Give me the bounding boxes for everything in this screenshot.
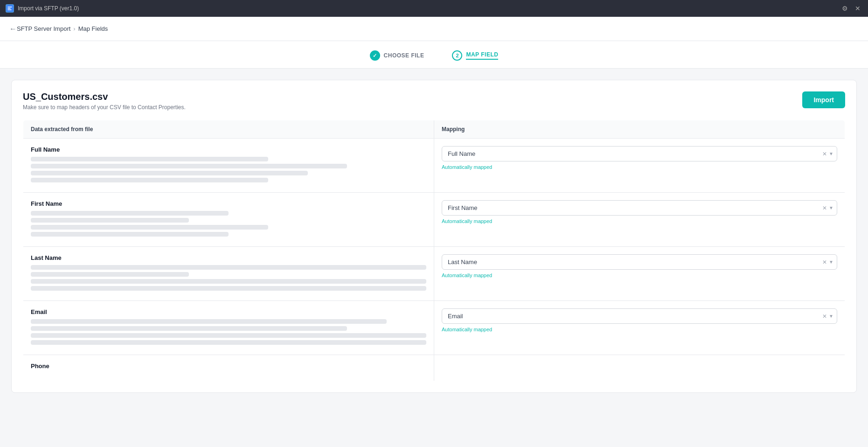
field-name-1: First Name: [31, 200, 426, 207]
step-1-label: CHOOSE FILE: [384, 52, 424, 59]
blurred-data-row: [31, 319, 387, 324]
mapping-cell-3: Email✕▼Automatically mapped: [434, 301, 845, 355]
clear-select-icon[interactable]: ✕: [822, 205, 827, 211]
blurred-data-row: [31, 340, 426, 345]
blurred-data-row: [31, 272, 189, 277]
title-bar-title: Import via SFTP (ver1.0): [18, 5, 79, 12]
step-2-circle: 2: [452, 50, 462, 61]
auto-mapped-2: Automatically mapped: [442, 272, 837, 278]
table-row: Full NameFull Name✕▼Automatically mapped: [23, 139, 845, 193]
blurred-data-row: [31, 279, 426, 284]
select-wrapper-0: Full Name✕▼: [442, 146, 837, 161]
select-wrapper-3: Email✕▼: [442, 308, 837, 324]
blurred-data-row: [31, 265, 426, 270]
mapping-cell-1: First Name✕▼Automatically mapped: [434, 193, 845, 247]
table-row: Phone: [23, 355, 845, 381]
step-map-field[interactable]: 2 MAP FIELD: [452, 50, 498, 61]
select-wrapper-2: Last Name✕▼: [442, 254, 837, 270]
data-cell-1: First Name: [23, 193, 434, 247]
data-cell-3: Email: [23, 301, 434, 355]
blurred-data-row: [31, 211, 229, 216]
field-name-0: Full Name: [31, 146, 426, 153]
card-header: US_Customers.csv Make sure to map header…: [23, 91, 845, 111]
card-header-text: US_Customers.csv Make sure to map header…: [23, 91, 186, 111]
select-wrapper-1: First Name✕▼: [442, 200, 837, 216]
mapping-table: Data extracted from file Mapping Full Na…: [23, 120, 845, 381]
breadcrumb: SFTP Server Import › Map Fields: [17, 25, 108, 32]
settings-icon[interactable]: ⚙: [840, 4, 849, 13]
auto-mapped-0: Automatically mapped: [442, 164, 837, 170]
data-cell-4: Phone: [23, 355, 434, 381]
table-row: EmailEmail✕▼Automatically mapped: [23, 301, 845, 355]
main-content: US_Customers.csv Make sure to map header…: [0, 69, 868, 404]
col-mapping-header: Mapping: [434, 120, 845, 139]
step-choose-file[interactable]: ✓ CHOOSE FILE: [370, 50, 424, 61]
step-1-circle: ✓: [370, 50, 380, 61]
mapping-select-2[interactable]: Last Name: [442, 254, 837, 270]
mapping-cell-4: [434, 355, 845, 381]
field-name-2: Last Name: [31, 254, 426, 261]
blurred-data-row: [31, 225, 268, 230]
blurred-data-row: [31, 286, 426, 291]
nav-bar: ← SFTP Server Import › Map Fields: [0, 17, 868, 41]
mapping-select-0[interactable]: Full Name: [442, 146, 837, 161]
file-title: US_Customers.csv: [23, 91, 186, 102]
clear-select-icon[interactable]: ✕: [822, 313, 827, 320]
field-name-3: Email: [31, 308, 426, 315]
step-2-label: MAP FIELD: [466, 51, 498, 60]
auto-mapped-3: Automatically mapped: [442, 327, 837, 332]
title-bar-right: ⚙ ✕: [840, 4, 862, 13]
blurred-data-row: [31, 232, 229, 237]
col-data-header: Data extracted from file: [23, 120, 434, 139]
back-button[interactable]: ←: [9, 25, 17, 33]
blurred-data-row: [31, 164, 347, 168]
breadcrumb-separator: ›: [73, 25, 75, 32]
blurred-data-row: [31, 178, 268, 182]
app-icon: [6, 4, 14, 13]
table-row: Last NameLast Name✕▼Automatically mapped: [23, 247, 845, 301]
import-button[interactable]: Import: [802, 91, 845, 108]
blurred-data-row: [31, 218, 189, 223]
blurred-data-row: [31, 171, 308, 175]
blurred-data-row: [31, 157, 268, 161]
mapping-cell-0: Full Name✕▼Automatically mapped: [434, 139, 845, 193]
map-fields-card: US_Customers.csv Make sure to map header…: [11, 80, 857, 393]
title-bar-left: Import via SFTP (ver1.0): [6, 4, 79, 13]
close-icon[interactable]: ✕: [853, 4, 862, 13]
breadcrumb-current: Map Fields: [78, 25, 108, 32]
mapping-cell-2: Last Name✕▼Automatically mapped: [434, 247, 845, 301]
steps-bar: ✓ CHOOSE FILE 2 MAP FIELD: [0, 41, 868, 69]
auto-mapped-1: Automatically mapped: [442, 218, 837, 224]
clear-select-icon[interactable]: ✕: [822, 151, 827, 157]
clear-select-icon[interactable]: ✕: [822, 259, 827, 265]
mapping-select-1[interactable]: First Name: [442, 200, 837, 216]
title-bar: Import via SFTP (ver1.0) ⚙ ✕: [0, 0, 868, 17]
data-cell-0: Full Name: [23, 139, 434, 193]
table-row: First NameFirst Name✕▼Automatically mapp…: [23, 193, 845, 247]
blurred-data-row: [31, 333, 426, 338]
mapping-select-3[interactable]: Email: [442, 308, 837, 324]
data-cell-2: Last Name: [23, 247, 434, 301]
file-subtitle: Make sure to map headers of your CSV fil…: [23, 104, 186, 111]
blurred-data-row: [31, 326, 347, 331]
back-arrow-icon: ←: [9, 25, 17, 33]
breadcrumb-parent: SFTP Server Import: [17, 25, 70, 32]
field-name-4: Phone: [31, 363, 426, 370]
